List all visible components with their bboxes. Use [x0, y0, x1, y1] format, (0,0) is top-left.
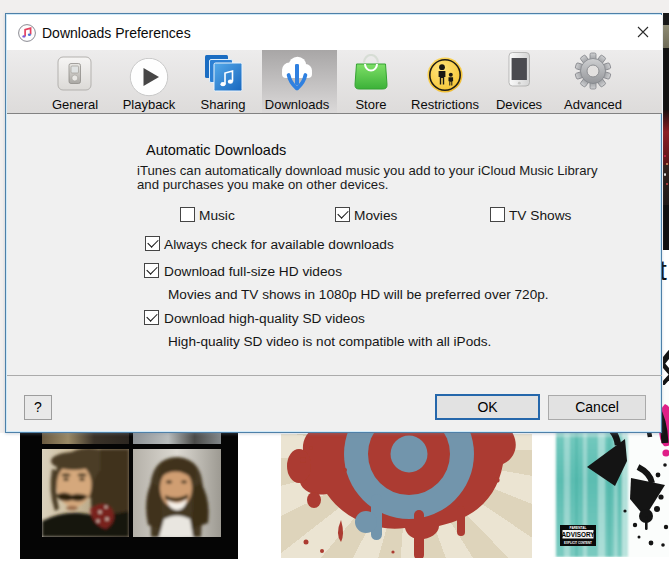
- svg-text:EXPLICIT CONTENT: EXPLICIT CONTENT: [564, 541, 592, 545]
- svg-text:PARENTAL: PARENTAL: [570, 526, 587, 530]
- svg-text:ADVISORY: ADVISORY: [561, 531, 595, 538]
